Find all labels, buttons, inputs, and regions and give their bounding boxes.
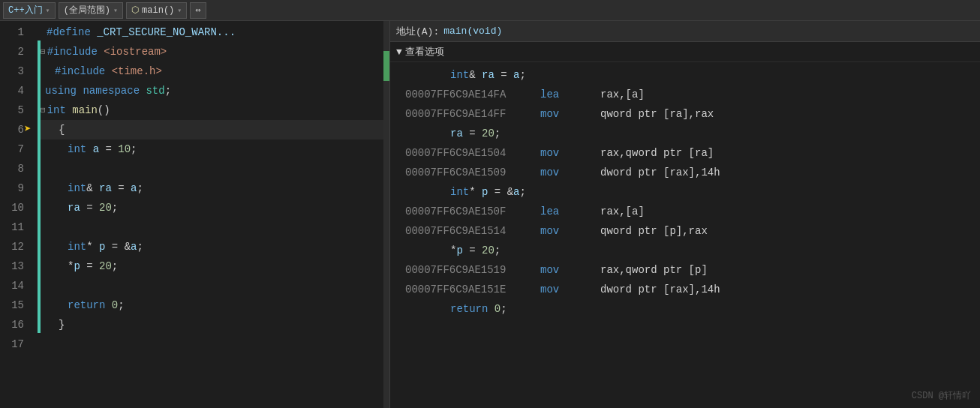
disasm-addr-4b: 00007FF6C9AE151E (405, 280, 540, 299)
line10-code: ra = 20; (41, 198, 118, 218)
scope-label: (全局范围) (64, 4, 110, 16)
scroll-thumb[interactable] (383, 51, 389, 81)
debug-arrow: ➤ (24, 120, 32, 140)
disasm-instr-3a: 00007FF6C9AE150F lea rax,[a] (405, 202, 965, 221)
line13-code: *p = 20; (41, 256, 118, 276)
function-label: main() (142, 5, 174, 16)
line3-prep: #include (55, 62, 112, 81)
line-num-5: 5 (0, 100, 30, 120)
disassembly-panel: 地址(A): main(void) ▼ 查看选项 int& ra = a; 00… (390, 21, 980, 408)
code-panel: 1 2 3 4 5 6 7 8 9 10 11 12 13 14 15 16 1… (0, 21, 390, 408)
line2-header: <iostream> (104, 42, 167, 62)
function-selector[interactable]: ⬡ main() ▾ (126, 2, 187, 19)
line2-prep: #include (47, 42, 104, 62)
disasm-src-text-5: return 0; (405, 299, 507, 319)
address-bar: 地址(A): main(void) (390, 21, 980, 42)
code-line-9: int& ra = a; (41, 178, 383, 198)
disasm-source-2: ra = 20; (405, 124, 965, 143)
line-num-15: 15 (0, 296, 30, 315)
code-line-10: ra = 20; (41, 198, 383, 218)
view-options-arrow: ▼ (396, 46, 402, 58)
disasm-instr-4b: 00007FF6C9AE151E mov dword ptr [rax],14h (405, 280, 965, 299)
scope-dropdown-arrow[interactable]: ▾ (113, 6, 118, 15)
disasm-addr-4a: 00007FF6C9AE1519 (405, 260, 540, 280)
line5-int: int (47, 100, 66, 120)
line5-parens: () (98, 100, 110, 120)
scrollbar[interactable] (383, 21, 389, 408)
nav-buttons[interactable]: ⇔ (190, 2, 206, 19)
line1-macro2: N... (210, 22, 236, 42)
disasm-addr-2a: 00007FF6C9AE1504 (405, 143, 540, 163)
disasm-src-text-2: ra = 20; (405, 124, 501, 143)
code-line-12: int* p = &a; (41, 237, 383, 256)
code-line-17 (41, 334, 383, 354)
nav-arrows: ⇔ (195, 4, 200, 16)
code-line-11 (41, 218, 383, 237)
view-options-bar[interactable]: ▼ 查看选项 (390, 42, 980, 62)
disasm-ops-4b: dword ptr [rax],14h (600, 280, 720, 299)
code-line-6: ➤ { (41, 120, 383, 140)
scope-selector[interactable]: (全局范围) ▾ (59, 2, 123, 19)
line-num-3: 3 (0, 62, 30, 81)
disasm-ops-1b: qword ptr [ra],rax (600, 104, 714, 124)
line11-empty (41, 218, 74, 237)
line-num-17: 17 (0, 334, 30, 354)
disasm-ops-1a: rax,[a] (600, 85, 645, 104)
disasm-ops-4a: rax,qword ptr [p] (600, 260, 708, 280)
line-numbers: 1 2 3 4 5 6 7 8 9 10 11 12 13 14 15 16 1… (0, 21, 38, 408)
code-line-4: using namespace std; (41, 81, 383, 100)
disasm-instr-2b: 00007FF6C9AE1509 mov dword ptr [rax],14h (405, 163, 965, 182)
view-options-toggle[interactable]: ▼ 查看选项 (396, 45, 444, 58)
line-num-16: 16 (0, 315, 30, 334)
line5-space (66, 100, 72, 120)
disasm-instr-3b: 00007FF6C9AE1514 mov qword ptr [p],rax (405, 221, 965, 241)
disasm-src-text-1: int& ra = a; (405, 65, 526, 85)
disasm-instr-4a: 00007FF6C9AE1519 mov rax,qword ptr [p] (405, 260, 965, 280)
line-num-9: 9 (0, 178, 30, 198)
line9-code: int& ra = a; (41, 178, 143, 198)
line-num-11: 11 (0, 218, 30, 237)
code-editor[interactable]: 1 2 3 4 5 6 7 8 9 10 11 12 13 14 15 16 1… (0, 21, 389, 408)
disasm-src-text-4: *p = 20; (405, 241, 501, 260)
line6-brace: { (41, 120, 65, 140)
disasm-ops-2b: dword ptr [rax],14h (600, 163, 720, 182)
line5-fn: main (72, 100, 98, 120)
code-content[interactable]: #define _CRT_SECURE_NO_WARN... ⊟#include… (41, 21, 383, 408)
disasm-ops-2a: rax,qword ptr [ra] (600, 143, 714, 163)
line1-prep: #define (41, 22, 97, 42)
line4-using: using namespace std; (41, 81, 171, 100)
line1-macro: _CRT_SECURE_NO_WAR (97, 22, 210, 42)
code-line-15: return 0; (41, 296, 383, 315)
collapse-2[interactable]: ⊟ (41, 42, 46, 62)
view-options-label: 查看选项 (405, 45, 444, 58)
disasm-mnem-2a: mov (540, 143, 600, 163)
collapse-5[interactable]: ⊟ (41, 100, 46, 120)
code-line-3: #include <time.h> (41, 62, 383, 81)
code-line-16: } (41, 315, 383, 334)
line-num-1: 1 (0, 22, 30, 42)
disasm-mnem-2b: mov (540, 163, 600, 182)
code-line-14 (41, 276, 383, 296)
code-line-5: ⊟int main() (41, 100, 383, 120)
line-num-12: 12 (0, 237, 30, 256)
line-num-4: 4 (0, 81, 30, 100)
function-dropdown-arrow[interactable]: ▾ (177, 6, 182, 15)
language-selector[interactable]: C++入门 ▾ (3, 2, 56, 19)
disasm-src-text-3: int* p = &a; (405, 182, 526, 202)
disasm-instr-1a: 00007FF6C9AE14FA lea rax,[a] (405, 85, 965, 104)
disasm-instr-1b: 00007FF6C9AE14FF mov qword ptr [ra],rax (405, 104, 965, 124)
line8-empty (41, 159, 74, 178)
line-num-8: 8 (0, 159, 30, 178)
disasm-source-5: return 0; (405, 299, 965, 319)
disasm-mnem-3b: mov (540, 221, 600, 241)
disasm-ops-3b: qword ptr [p],rax (600, 221, 708, 241)
disasm-addr-3b: 00007FF6C9AE1514 (405, 221, 540, 241)
disasm-mnem-1b: mov (540, 104, 600, 124)
language-dropdown-arrow[interactable]: ▾ (46, 6, 50, 15)
code-line-2: ⊟#include <iostream> (41, 42, 383, 62)
disasm-mnem-4a: mov (540, 260, 600, 280)
language-label: C++入门 (8, 4, 43, 16)
disasm-source-3: int* p = &a; (405, 182, 965, 202)
disasm-addr-3a: 00007FF6C9AE150F (405, 202, 540, 221)
code-line-13: *p = 20; (41, 256, 383, 276)
